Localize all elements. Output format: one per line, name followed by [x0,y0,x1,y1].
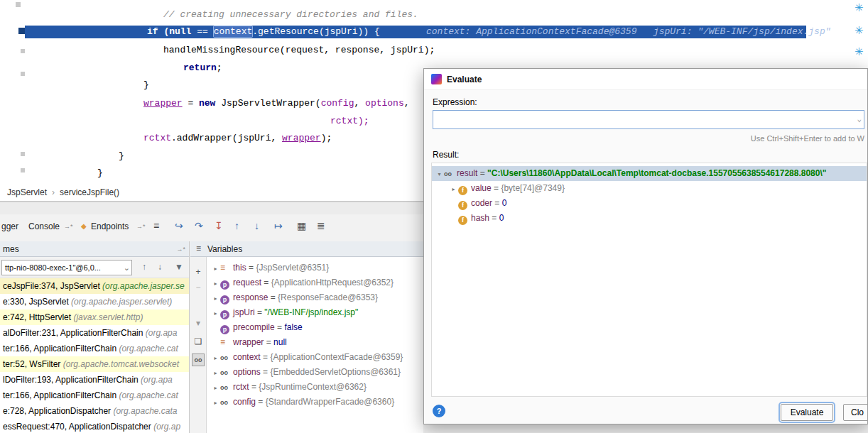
result-label: Result: [433,150,459,160]
frame-row[interactable]: ter:166, ApplicationFilterChain (org.apa… [0,388,189,403]
tab-endpoints[interactable]: Endpoints [91,221,129,231]
thread-selector-dropdown[interactable]: ttp-nio-8080-exec-1"@6,0... ⌄ [1,260,132,275]
value-icon: ≡ [220,335,229,350]
field-icon: f [458,201,467,210]
frame-package: (org.apache.cat [119,344,178,353]
step-into-icon[interactable]: ↓ [254,220,259,231]
variable-value: {JspServlet@6351} [256,263,329,273]
frame-row[interactable]: ter:52, WsFilter (org.apache.tomcat.webs… [0,356,189,372]
step-over-icon[interactable]: ↷ [195,220,203,231]
equals: = [261,367,271,377]
variable-row[interactable]: ≡wrapper = null [207,335,423,350]
expand-arrow-icon[interactable]: ▸ [211,380,220,395]
expression-input[interactable]: context.getRealPath("/") ⌄ [433,110,864,129]
expand-arrow-icon[interactable]: ▸ [211,306,220,320]
variable-row[interactable]: ▸≡this = {JspServlet@6351} [207,261,423,275]
variable-row[interactable]: pprecompile = false [207,320,423,335]
equals: = [268,292,278,302]
show-execution-point-icon[interactable]: ↪ [175,220,183,231]
evaluate-dialog-titlebar[interactable]: Evaluate [424,69,867,90]
field-rctxt: rctxt [143,133,171,143]
frame-down-icon[interactable]: ↓ [158,262,162,272]
execution-point-gutter-mark[interactable] [18,28,25,34]
pin-icon[interactable]: →* [64,223,73,230]
frame-row[interactable]: e:728, ApplicationDispatcher (org.apache… [0,403,189,419]
frame-row[interactable]: ceJspFile:374, JspServlet (org.apache.ja… [0,278,189,294]
code-line: handleMissingResource(request, response,… [163,44,435,56]
tab-console[interactable]: Console [28,221,60,231]
watch-row[interactable]: ▸oorctxt = {JspRuntimeContext@6362} [207,380,423,395]
expand-arrow-icon[interactable]: ▸ [211,291,220,305]
frame-up-icon[interactable]: ↑ [142,262,146,272]
evaluated-context-token[interactable]: context [214,26,253,37]
result-value: "C:\Users\11860\AppData\Local\Temp\tomca… [487,168,826,178]
layout-grid-icon[interactable]: ▦ [297,220,306,231]
evaluate-button[interactable]: Evaluate [781,404,833,421]
frame-row[interactable]: ter:166, ApplicationFilterChain (org.apa… [0,341,189,356]
frame-row[interactable]: essRequest:470, ApplicationDispatcher (o… [0,419,189,433]
add-to-watches-hint: Use Ctrl+Shift+Enter to add to W [751,134,864,143]
frame-location: essRequest:470, ApplicationDispatcher [3,422,153,432]
field-icon: f [458,186,467,195]
frame-row[interactable]: lDoFilter:193, ApplicationFilterChain (o… [0,372,189,388]
add-watch-icon[interactable]: + [192,265,205,278]
result-child-row[interactable]: fcoder = 0 [432,196,867,211]
expand-arrow-icon[interactable]: ▸ [211,261,220,275]
result-row[interactable]: ▾ooresult = "C:\Users\11860\AppData\Loca… [432,166,867,181]
pin-icon[interactable]: →* [136,223,146,230]
expand-arrow-icon[interactable]: ▸ [211,395,220,410]
expand-arrow-icon[interactable]: ▸ [211,366,220,380]
variable-row[interactable]: ▸presponse = {ResponseFacade@6353} [207,290,423,305]
breadcrumb-separator-icon: › [52,187,55,197]
variables-header-label: Variables [207,244,242,254]
filter-funnel-icon[interactable]: ▼ [175,262,183,272]
frame-location: e:742, HttpServlet [3,312,73,322]
watch-row[interactable]: ▸oocontext = {ApplicationContextFacade@6… [207,350,423,365]
watch-row[interactable]: ▸ooconfig = {StandardWrapperFacade@6360} [207,395,423,410]
breadcrumb-method[interactable]: serviceJspFile() [60,187,119,197]
menu-icon[interactable]: ≡ [196,243,201,253]
frame-location: alDoFilter:231, ApplicationFilterChain [3,328,146,338]
watch-row[interactable]: ▸oooptions = {EmbeddedServletOptions@636… [207,365,423,380]
gear-icon[interactable]: ✳ [855,45,864,58]
result-tree: ▾ooresult = "C:\Users\11860\AppData\Loca… [431,163,867,397]
frame-location: e:728, ApplicationDispatcher [3,406,113,416]
pin-icon[interactable]: →* [176,246,185,253]
field-rctxt: rctxt); [330,116,369,126]
result-child-row[interactable]: fhash = 0 [432,211,867,226]
menu-icon[interactable]: ≡ [153,220,159,231]
tab-debugger[interactable]: gger [1,221,18,231]
variable-value: "/WEB-INF/jsp/index.jsp" [264,307,358,317]
chevron-down-icon[interactable]: ⌄ [857,111,862,128]
variable-row[interactable]: ▸pjspUri = "/WEB-INF/jsp/index.jsp" [207,305,423,320]
frame-row[interactable]: e:742, HttpServlet (javax.servlet.http) [0,309,189,325]
frame-row[interactable]: e:330, JspServlet (org.apache.jasper.ser… [0,294,189,309]
field-value: 0 [502,198,507,208]
operator: = [183,98,199,109]
chevron-down-icon[interactable]: ▾ [192,317,205,329]
code-line-comment: // creating unnecessary directories and … [163,9,418,21]
run-to-cursor-icon[interactable]: ↦ [274,220,283,231]
step-out-icon[interactable]: ↑ [234,220,239,231]
collapse-arrow-icon[interactable]: ▾ [435,167,444,181]
gear-icon[interactable]: ✳ [855,1,864,14]
expand-arrow-icon[interactable]: ▸ [211,351,220,365]
more-options-icon[interactable]: ≣ [317,220,325,231]
force-step-into-icon[interactable]: ↧ [215,220,223,231]
gear-icon[interactable]: ✳ [855,24,864,37]
method-call: .addWrapper(jspUri, [171,133,282,143]
breadcrumb-class[interactable]: JspServlet [7,187,47,197]
close-button[interactable]: Clo [843,404,868,421]
remove-watch-icon[interactable]: − [192,281,205,294]
expand-arrow-icon[interactable]: ▸ [211,276,220,290]
frame-row[interactable]: alDoFilter:231, ApplicationFilterChain (… [0,325,189,341]
variable-row[interactable]: ▸prequest = {ApplicationHttpRequest@6352… [207,275,423,290]
variable-value: {ApplicationContextFacade@6359} [270,352,403,362]
show-watches-toggle-icon[interactable]: oo [192,353,205,366]
result-child-row[interactable]: ▸fvalue = {byte[74]@7349} [432,181,867,196]
equals: = [492,183,501,193]
expand-arrow-icon[interactable]: ▸ [449,182,458,196]
copy-icon[interactable]: ❏ [192,335,205,348]
help-icon[interactable]: ? [433,405,445,417]
code-line-brace: } [119,150,124,162]
